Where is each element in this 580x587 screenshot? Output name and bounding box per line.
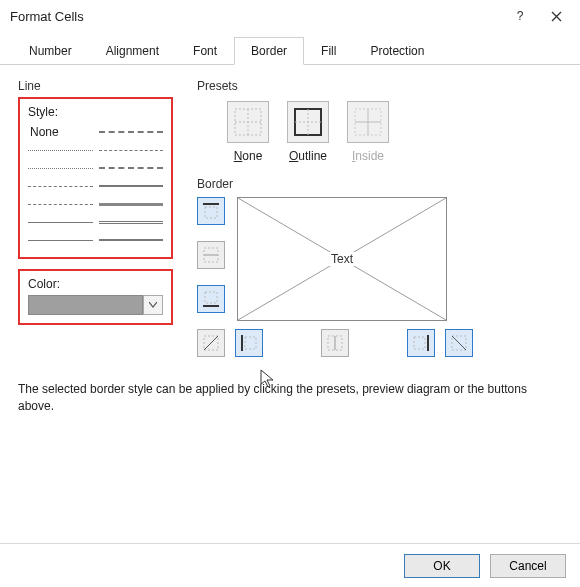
- border-right-button[interactable]: [407, 329, 435, 357]
- presets-legend: Presets: [197, 79, 238, 93]
- diag-down-icon: [450, 334, 468, 352]
- border-legend: Border: [197, 177, 233, 191]
- preset-outline-button[interactable]: [287, 101, 329, 143]
- border-right-icon: [412, 334, 430, 352]
- title-bar: Format Cells ?: [0, 0, 580, 32]
- tab-protection[interactable]: Protection: [353, 37, 441, 65]
- border-left-icon: [240, 334, 258, 352]
- preset-none-label: None: [234, 149, 263, 163]
- dialog-footer: OK Cancel: [0, 543, 580, 587]
- color-dropdown-button[interactable]: [143, 295, 163, 315]
- border-bottom-button[interactable]: [197, 285, 225, 313]
- border-top-icon: [202, 202, 220, 220]
- preset-none-button[interactable]: [227, 101, 269, 143]
- tab-font[interactable]: Font: [176, 37, 234, 65]
- preset-outline-label: Outline: [289, 149, 327, 163]
- preset-outline-icon: [293, 107, 323, 137]
- line-style-opt[interactable]: [99, 177, 164, 195]
- border-middle-v-button[interactable]: [321, 329, 349, 357]
- border-top-button[interactable]: [197, 197, 225, 225]
- preview-text: Text: [329, 252, 355, 266]
- cancel-button[interactable]: Cancel: [490, 554, 566, 578]
- line-style-opt[interactable]: [28, 231, 93, 249]
- line-style-opt[interactable]: [99, 159, 164, 177]
- diag-up-icon: [202, 334, 220, 352]
- line-color-picker[interactable]: [28, 295, 163, 315]
- color-highlight-box: Color:: [18, 269, 173, 325]
- color-swatch: [28, 295, 143, 315]
- border-preview[interactable]: Text: [237, 197, 447, 321]
- tab-strip: Number Alignment Font Border Fill Protec…: [0, 36, 580, 65]
- close-button[interactable]: [538, 2, 574, 30]
- tab-border[interactable]: Border: [234, 37, 304, 65]
- svg-rect-23: [414, 337, 425, 349]
- preset-inside-button[interactable]: [347, 101, 389, 143]
- preset-inside-icon: [353, 107, 383, 137]
- border-diag-up-button[interactable]: [197, 329, 225, 357]
- border-diag-down-button[interactable]: [445, 329, 473, 357]
- svg-line-26: [452, 336, 466, 350]
- chevron-down-icon: [149, 302, 157, 308]
- svg-rect-13: [205, 292, 217, 303]
- border-mid-v-icon: [326, 334, 344, 352]
- border-left-button[interactable]: [235, 329, 263, 357]
- border-group: Border Text: [197, 177, 562, 357]
- preset-inside-label: Inside: [352, 149, 384, 163]
- border-bottom-icon: [202, 290, 220, 308]
- tab-fill[interactable]: Fill: [304, 37, 353, 65]
- color-label: Color:: [28, 277, 163, 291]
- line-style-opt[interactable]: [99, 213, 164, 231]
- presets-group: Presets None Outline: [197, 79, 562, 163]
- tab-number[interactable]: Number: [12, 37, 89, 65]
- line-style-opt[interactable]: [99, 141, 164, 159]
- close-icon: [551, 11, 562, 22]
- style-highlight-box: Style: None: [18, 97, 173, 259]
- line-style-opt[interactable]: [99, 231, 164, 249]
- help-text: The selected border style can be applied…: [0, 371, 580, 416]
- line-legend: Line: [18, 79, 41, 93]
- svg-rect-20: [245, 337, 256, 349]
- line-style-opt[interactable]: [28, 177, 93, 195]
- svg-line-18: [204, 336, 218, 350]
- line-style-opt[interactable]: [28, 195, 93, 213]
- style-label: Style:: [28, 105, 163, 119]
- line-style-opt[interactable]: [28, 141, 93, 159]
- border-mid-h-icon: [202, 246, 220, 264]
- border-middle-h-button[interactable]: [197, 241, 225, 269]
- svg-rect-10: [205, 207, 217, 218]
- line-group: Line Style: None: [18, 79, 173, 325]
- help-button[interactable]: ?: [502, 2, 538, 30]
- preset-none-icon: [233, 107, 263, 137]
- ok-button[interactable]: OK: [404, 554, 480, 578]
- line-style-opt[interactable]: [28, 159, 93, 177]
- line-style-opt[interactable]: [28, 213, 93, 231]
- line-style-picker: None: [28, 123, 163, 249]
- window-title: Format Cells: [10, 9, 502, 24]
- line-style-opt[interactable]: [99, 195, 164, 213]
- line-style-opt[interactable]: [99, 123, 164, 141]
- tab-alignment[interactable]: Alignment: [89, 37, 176, 65]
- line-style-none[interactable]: None: [28, 123, 93, 141]
